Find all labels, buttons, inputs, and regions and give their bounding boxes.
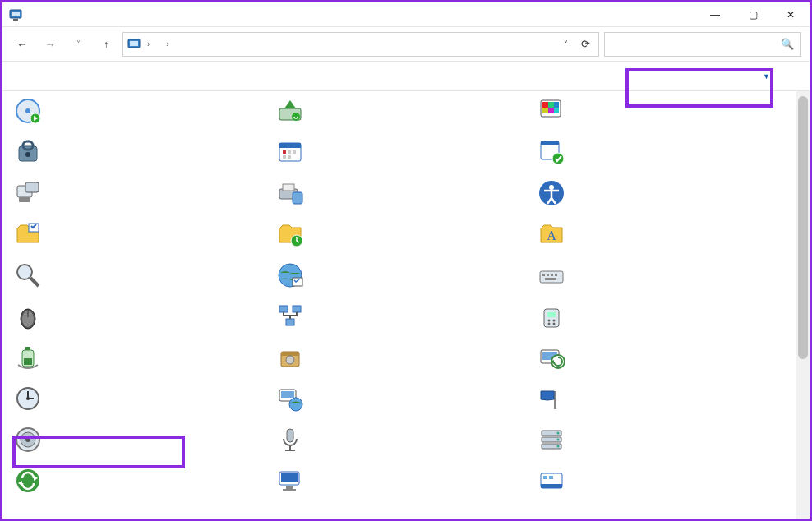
autoplay-icon (14, 97, 42, 125)
back-button[interactable]: ← (11, 33, 34, 56)
item-sound[interactable] (11, 422, 265, 458)
svg-point-42 (17, 265, 32, 279)
item-file-explorer-options[interactable] (11, 216, 265, 252)
backup-icon (276, 97, 304, 125)
items-grid: A (11, 93, 788, 499)
address-bar[interactable]: › › ˅ ⟳ (122, 32, 599, 57)
item-internet-options[interactable] (273, 257, 527, 293)
item-default-programs[interactable] (534, 134, 788, 170)
item-security-maintenance[interactable] (534, 380, 788, 417)
region-icon (14, 385, 42, 413)
device-manager-icon (14, 179, 42, 207)
remoteapp-icon (276, 385, 304, 413)
power-options-icon (14, 343, 42, 371)
svg-rect-98 (281, 473, 298, 482)
default-programs-icon (537, 138, 565, 166)
date-time-icon (276, 138, 304, 166)
item-taskbar-navigation[interactable] (534, 463, 788, 499)
item-storage-spaces[interactable] (534, 422, 788, 458)
recovery-icon (537, 343, 565, 371)
svg-point-63 (553, 323, 556, 325)
svg-point-10 (292, 113, 300, 121)
item-ease-of-access[interactable] (534, 175, 788, 211)
svg-rect-55 (279, 306, 288, 312)
phone-modem-icon (537, 302, 565, 330)
svg-point-38 (549, 185, 554, 190)
svg-point-80 (289, 398, 302, 411)
maximize-button[interactable]: ▢ (734, 2, 772, 26)
svg-text:A: A (547, 228, 557, 242)
svg-point-30 (552, 153, 564, 164)
chevron-right-icon[interactable]: › (164, 39, 171, 48)
svg-point-69 (286, 356, 294, 364)
item-backup-restore[interactable] (273, 93, 527, 129)
navigation-toolbar: ← → ˅ ↑ › › ˅ ⟳ 🔍 (2, 27, 810, 62)
item-devices-printers[interactable] (273, 175, 527, 211)
item-date-time[interactable] (273, 134, 527, 170)
svg-rect-36 (293, 192, 302, 204)
item-region[interactable] (11, 380, 265, 417)
svg-point-93 (557, 445, 560, 448)
item-sync-center[interactable] (11, 463, 265, 499)
item-network-sharing[interactable] (273, 298, 527, 334)
control-panel-window: — ▢ ✕ ← → ˅ ↑ › › ˅ ⟳ 🔍 (0, 0, 812, 521)
item-color-management[interactable] (534, 93, 788, 129)
item-power-options[interactable] (11, 339, 265, 376)
minimize-button[interactable]: — (696, 2, 734, 26)
item-mouse[interactable] (11, 298, 265, 334)
taskbar-navigation-icon (537, 467, 565, 495)
view-by-selector[interactable]: ▼ (740, 67, 782, 85)
sound-icon (14, 426, 42, 454)
item-autoplay[interactable] (11, 93, 265, 129)
address-dropdown[interactable]: ˅ (559, 39, 573, 48)
svg-rect-50 (555, 274, 557, 276)
storage-spaces-icon (537, 426, 565, 454)
svg-rect-45 (293, 278, 302, 286)
svg-rect-65 (25, 347, 30, 350)
svg-rect-79 (281, 391, 294, 398)
svg-rect-58 (544, 309, 559, 327)
item-indexing-options[interactable] (11, 257, 265, 293)
svg-rect-51 (545, 278, 556, 280)
fonts-icon: A (537, 220, 565, 248)
item-phone-modem[interactable] (534, 298, 788, 334)
svg-point-61 (553, 320, 556, 322)
file-history-icon (276, 220, 304, 248)
chevron-right-icon[interactable]: › (145, 39, 152, 48)
close-button[interactable]: ✕ (772, 2, 810, 26)
svg-rect-13 (548, 102, 554, 108)
sync-center-icon (14, 467, 42, 495)
keyboard-icon (537, 261, 565, 289)
item-credential-manager[interactable] (11, 134, 265, 170)
svg-rect-68 (281, 352, 299, 356)
item-system[interactable] (273, 463, 527, 499)
svg-rect-25 (293, 150, 296, 154)
item-remoteapp[interactable] (273, 380, 527, 417)
content-wrap: A (2, 91, 810, 519)
item-speech-recognition[interactable] (273, 422, 527, 458)
forward-button[interactable]: → (39, 33, 62, 56)
item-programs-features[interactable] (273, 339, 527, 376)
control-panel-icon (9, 8, 22, 21)
svg-rect-59 (547, 312, 556, 317)
item-fonts[interactable]: A (534, 216, 788, 252)
item-recovery[interactable] (534, 339, 788, 376)
svg-point-84 (25, 437, 30, 442)
scrollbar-thumb[interactable] (798, 96, 808, 359)
svg-rect-2 (13, 19, 18, 21)
credential-manager-icon (14, 138, 42, 166)
refresh-button[interactable]: ⟳ (576, 38, 595, 50)
color-management-icon (537, 97, 565, 125)
item-keyboard[interactable] (534, 257, 788, 293)
recent-locations-dropdown[interactable]: ˅ (67, 33, 90, 56)
item-file-history[interactable] (273, 216, 527, 252)
svg-rect-33 (19, 197, 30, 202)
up-button[interactable]: ↑ (95, 33, 118, 56)
search-input[interactable]: 🔍 (604, 32, 801, 57)
svg-rect-99 (286, 486, 293, 489)
vertical-scrollbar[interactable] (796, 91, 810, 519)
system-icon (276, 467, 304, 495)
svg-rect-16 (548, 108, 554, 113)
header-strip: ▼ (2, 62, 810, 91)
item-device-manager[interactable] (11, 175, 265, 211)
